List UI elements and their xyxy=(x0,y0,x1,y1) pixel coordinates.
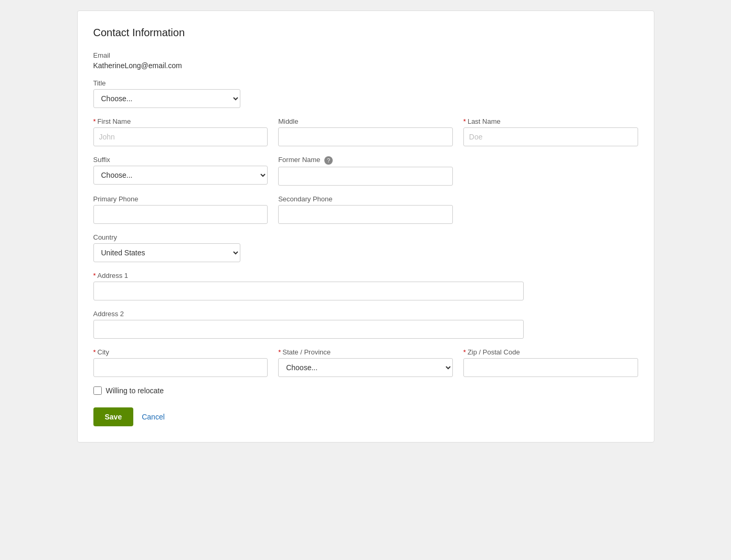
city-required-star: * xyxy=(93,348,96,356)
country-label: Country xyxy=(93,233,638,241)
title-section: Title Choose... Mr. Mrs. Ms. Dr. Prof. xyxy=(93,79,638,108)
secondary-phone-label: Secondary Phone xyxy=(278,195,453,203)
middle-name-label: Middle xyxy=(278,117,453,125)
middle-name-group: Middle xyxy=(278,117,453,146)
willing-to-relocate-checkbox[interactable] xyxy=(93,386,102,395)
country-section: Country United States Canada United King… xyxy=(93,233,638,262)
city-label: *City xyxy=(93,348,268,356)
primary-phone-label: Primary Phone xyxy=(93,195,268,203)
first-name-label: *First Name xyxy=(93,117,268,125)
address2-input[interactable] xyxy=(93,320,524,339)
city-state-zip-row: *City *State / Province Choose... Alabam… xyxy=(93,348,638,377)
contact-information-form: Contact Information Email KatherineLong@… xyxy=(77,10,654,443)
last-name-group: *Last Name xyxy=(463,117,638,146)
last-name-label: *Last Name xyxy=(463,117,638,125)
address2-section: Address 2 xyxy=(93,310,638,339)
former-name-info-icon[interactable]: ? xyxy=(324,156,333,165)
zip-required-star: * xyxy=(463,348,466,356)
email-section: Email KatherineLong@email.com xyxy=(93,51,638,70)
name-row: *First Name Middle *Last Name xyxy=(93,117,638,146)
button-row: Save Cancel xyxy=(93,407,638,426)
state-province-group: *State / Province Choose... Alabama Alas… xyxy=(278,348,453,377)
address2-label: Address 2 xyxy=(93,310,638,318)
first-name-group: *First Name xyxy=(93,117,268,146)
title-label: Title xyxy=(93,79,638,87)
address1-section: *Address 1 xyxy=(93,272,638,300)
secondary-phone-input[interactable] xyxy=(278,205,453,224)
state-province-label: *State / Province xyxy=(278,348,453,356)
title-select-wrapper: Choose... Mr. Mrs. Ms. Dr. Prof. xyxy=(93,89,240,108)
zip-postal-label: *Zip / Postal Code xyxy=(463,348,638,356)
suffix-former-row: Suffix Choose... Jr. Sr. II III IV Forme… xyxy=(93,156,638,186)
email-label: Email xyxy=(93,51,638,59)
state-province-select[interactable]: Choose... Alabama Alaska Arizona Califor… xyxy=(278,358,453,377)
cancel-link[interactable]: Cancel xyxy=(142,413,165,421)
address1-input[interactable] xyxy=(93,282,524,300)
state-required-star: * xyxy=(278,348,281,356)
title-select[interactable]: Choose... Mr. Mrs. Ms. Dr. Prof. xyxy=(93,89,240,108)
secondary-phone-group: Secondary Phone xyxy=(278,195,453,224)
email-value: KatherineLong@email.com xyxy=(93,61,182,70)
willing-to-relocate-label[interactable]: Willing to relocate xyxy=(106,386,164,395)
address1-label: *Address 1 xyxy=(93,272,638,279)
country-select[interactable]: United States Canada United Kingdom Aust… xyxy=(93,243,240,262)
last-name-input[interactable] xyxy=(463,127,638,146)
suffix-label: Suffix xyxy=(93,156,268,164)
former-name-group: Former Name ? xyxy=(278,156,453,186)
willing-to-relocate-row: Willing to relocate xyxy=(93,386,638,395)
middle-name-input[interactable] xyxy=(278,127,453,146)
phone-row: Primary Phone Secondary Phone xyxy=(93,195,638,224)
first-name-required-star: * xyxy=(93,117,96,125)
former-name-input[interactable] xyxy=(278,167,453,186)
former-name-label: Former Name ? xyxy=(278,156,453,165)
save-button[interactable]: Save xyxy=(93,407,134,426)
address1-required-star: * xyxy=(93,272,96,279)
country-select-wrapper: United States Canada United Kingdom Aust… xyxy=(93,243,240,262)
zip-postal-input[interactable] xyxy=(463,358,638,377)
suffix-select[interactable]: Choose... Jr. Sr. II III IV xyxy=(93,166,268,185)
suffix-group: Suffix Choose... Jr. Sr. II III IV xyxy=(93,156,268,186)
primary-phone-input[interactable] xyxy=(93,205,268,224)
city-group: *City xyxy=(93,348,268,377)
primary-phone-group: Primary Phone xyxy=(93,195,268,224)
last-name-required-star: * xyxy=(463,117,466,125)
zip-postal-group: *Zip / Postal Code xyxy=(463,348,638,377)
page-title: Contact Information xyxy=(93,27,638,39)
first-name-input[interactable] xyxy=(93,127,268,146)
city-input[interactable] xyxy=(93,358,268,377)
